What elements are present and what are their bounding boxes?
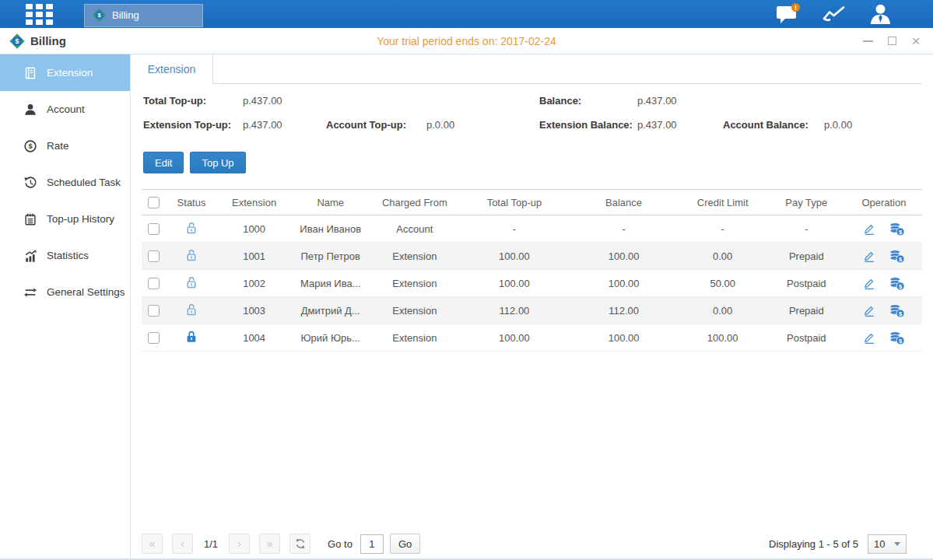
sidebar-item-label: Statistics (47, 250, 89, 261)
table-row: 1002 Мария Ива... Extension 100.00 100.0… (142, 270, 922, 297)
titlebar: $ Billing Your trial period ends on: 201… (0, 28, 933, 54)
cell-extension: 1000 (217, 215, 291, 243)
cell-name: Мария Ива... (291, 270, 370, 297)
user-account-icon[interactable] (868, 3, 893, 26)
col-total-topup: Total Top-up (459, 190, 569, 215)
tab-extension[interactable]: Extension (131, 54, 213, 84)
cell-extension: 1002 (217, 270, 291, 297)
minimize-button[interactable] (861, 35, 874, 47)
tab-strip: Extension (131, 54, 933, 84)
table-row: 1001 Петр Петров Extension 100.00 100.00… (142, 243, 922, 270)
select-all-checkbox[interactable] (148, 197, 160, 208)
cell-credit-limit: - (679, 215, 767, 243)
edit-pencil-icon[interactable] (862, 303, 876, 317)
table-row: 1004 Юрий Юрь... Extension 100.00 100.00… (142, 324, 922, 352)
cell-charged-from: Extension (370, 270, 459, 297)
row-checkbox[interactable] (148, 305, 160, 317)
next-page-button[interactable]: › (229, 534, 250, 554)
maximize-button[interactable] (886, 35, 898, 47)
cell-charged-from: Extension (370, 297, 459, 324)
sidebar-item-account[interactable]: Account (0, 91, 130, 128)
app-title: $ Billing (0, 33, 66, 49)
top-up-money-icon[interactable]: $ (889, 303, 905, 318)
unlocked-padlock-icon (184, 275, 198, 289)
cell-total-topup: 112.00 (459, 297, 569, 324)
account-topup-value: p.0.00 (426, 119, 454, 131)
sidebar-item-label: Scheduled Task (47, 177, 121, 188)
cell-charged-from: Extension (370, 243, 459, 270)
account-balance-label: Account Balance: (723, 119, 808, 131)
account-topup-label: Account Top-up: (326, 119, 406, 131)
row-checkbox[interactable] (148, 278, 160, 289)
extension-ledger-icon (23, 66, 37, 80)
table-row: 1000 Иван Иванов Account - - - - $ (142, 215, 922, 243)
unlocked-padlock-icon (184, 248, 198, 262)
go-button[interactable]: Go (390, 534, 420, 554)
cell-name: Иван Иванов (291, 215, 370, 243)
row-checkbox[interactable] (148, 250, 160, 262)
edit-pencil-icon[interactable] (862, 276, 876, 290)
top-up-button[interactable]: Top Up (190, 152, 245, 173)
window-title: Billing (30, 34, 66, 47)
col-balance: Balance (570, 190, 679, 215)
cell-total-topup: 100.00 (459, 270, 569, 297)
sidebar-item-topup-history[interactable]: Top-up History (0, 201, 130, 237)
sidebar-item-label: Account (47, 103, 85, 115)
top-up-money-icon[interactable]: $ (889, 331, 905, 345)
scheduled-task-clock-icon (23, 176, 37, 190)
sidebar-item-extension[interactable]: Extension (0, 54, 130, 91)
total-topup-label: Total Top-up: (143, 95, 206, 107)
first-page-button[interactable]: « (142, 534, 163, 554)
close-button[interactable]: × (910, 35, 922, 47)
sidebar-item-label: Top-up History (47, 213, 114, 225)
displaying-count: Displaying 1 - 5 of 5 (769, 538, 858, 550)
balance-label: Balance: (539, 95, 581, 107)
edit-pencil-icon[interactable] (862, 331, 876, 345)
top-up-money-icon[interactable]: $ (889, 276, 905, 291)
cell-credit-limit: 0.00 (679, 297, 767, 324)
edit-button[interactable]: Edit (143, 152, 184, 173)
top-up-money-icon[interactable]: $ (889, 222, 905, 236)
cell-name: Петр Петров (291, 243, 370, 270)
cell-extension: 1001 (217, 243, 291, 270)
balance-summary: Total Top-up: p.437.00 Balance: p.437.00… (131, 84, 933, 146)
taskbar-tab-label: Billing (112, 9, 139, 21)
cell-total-topup: 100.00 (459, 243, 569, 270)
edit-pencil-icon[interactable] (862, 222, 876, 236)
billing-app-window: $ Billing ! (0, 0, 933, 560)
rate-dollar-icon: $ (23, 139, 37, 153)
table-footer: « ‹ 1/1 › » Go to Go Displaying (142, 534, 922, 554)
cell-credit-limit: 100.00 (679, 324, 767, 352)
sidebar-item-scheduled-task[interactable]: Scheduled Task (0, 164, 130, 201)
app-grid-menu-icon[interactable] (26, 4, 53, 25)
trial-period-message: Your trial period ends on: 2017-02-24 (377, 35, 556, 47)
cell-pay-type: Prepaid (767, 243, 846, 270)
row-checkbox[interactable] (148, 223, 160, 235)
taskbar-tab-billing[interactable]: $ Billing (84, 4, 203, 27)
refresh-button[interactable] (289, 534, 310, 554)
goto-label: Go to (328, 538, 353, 550)
previous-page-button[interactable]: ‹ (172, 534, 193, 554)
col-status: Status (166, 190, 217, 215)
table-header-row: Status Extension Name Charged From Total… (142, 190, 922, 215)
row-checkbox[interactable] (148, 332, 160, 344)
col-name: Name (291, 190, 370, 215)
resource-monitor-chart-icon[interactable] (822, 4, 847, 24)
sidebar-item-rate[interactable]: $ Rate (0, 128, 130, 164)
extension-topup-label: Extension Top-up: (143, 119, 231, 131)
cell-balance: 100.00 (570, 243, 679, 270)
notifications-message-icon[interactable]: ! (775, 3, 800, 26)
unlocked-padlock-icon (184, 221, 198, 235)
status-lock (184, 334, 198, 346)
sidebar-item-statistics[interactable]: Statistics (0, 237, 130, 274)
cell-extension: 1004 (217, 324, 291, 352)
main-content: Extension Total Top-up: p.437.00 Balance… (131, 54, 933, 560)
extension-balance-label: Extension Balance: (539, 119, 633, 131)
top-up-money-icon[interactable]: $ (889, 249, 905, 264)
goto-page-input[interactable] (360, 534, 384, 554)
page-size-select[interactable]: 10 (868, 534, 907, 554)
cell-pay-type: Postpaid (767, 324, 846, 352)
sidebar-item-general-settings[interactable]: General Settings (0, 274, 130, 310)
last-page-button[interactable]: » (259, 534, 280, 554)
edit-pencil-icon[interactable] (862, 249, 876, 263)
